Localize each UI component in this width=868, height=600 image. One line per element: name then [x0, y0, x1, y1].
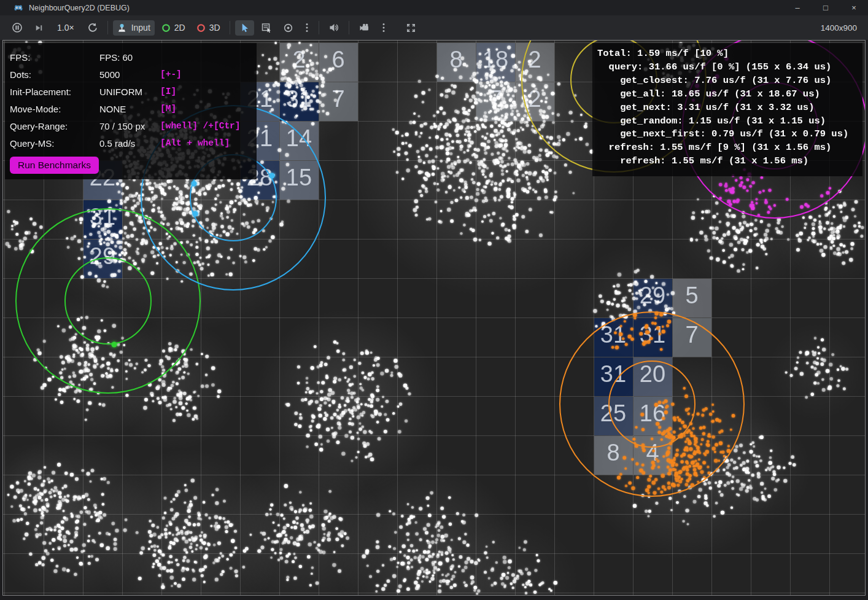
input-mode-button[interactable]: Input: [113, 20, 155, 36]
fullscreen-button[interactable]: [401, 20, 420, 36]
3d-ring-icon: [196, 23, 206, 33]
hud-row-1: Dots:5000[+-]: [5, 66, 257, 83]
minimize-button[interactable]: –: [783, 3, 812, 12]
hud-label: Move-Mode:: [10, 104, 99, 114]
list-select-button[interactable]: [257, 20, 276, 36]
hud-row-2: Init-Placement:UNIFORM[I]: [5, 83, 257, 100]
camera-icon: [358, 22, 370, 33]
hud-row-4: Query-Range:70 / 150 px[whell] /+[Ctr]: [5, 117, 257, 134]
hud-label: Init-Placement:: [10, 87, 99, 97]
maximize-button[interactable]: □: [812, 3, 840, 12]
resolution-label: 1400x900: [821, 15, 857, 40]
toolbar-separator: [349, 21, 349, 34]
hud-label: Query-Range:: [10, 121, 99, 131]
hud-rows: FPS:FPS: 60Dots:5000[+-]Init-Placement:U…: [5, 49, 257, 152]
godot-logo-icon: [14, 3, 23, 13]
hud-value: 5000: [99, 69, 160, 80]
speed-label[interactable]: 1.0×: [51, 20, 80, 35]
hud-hotkey: [whell] /+[Ctr]: [160, 121, 241, 131]
hud-value: FPS: 60: [99, 52, 160, 63]
next-frame-button[interactable]: [29, 20, 48, 36]
toolbar-separator: [319, 21, 319, 34]
run-benchmarks-button[interactable]: Run Benchmarks: [10, 157, 99, 174]
toolbar-separator: [230, 21, 230, 34]
hud-hotkey: [Alt + whell]: [160, 138, 230, 148]
title-bar: NeighbourQuery2D (DEBUG) – □ ×: [0, 0, 868, 15]
hud-row-0: FPS:FPS: 60: [5, 49, 257, 66]
mode-3d-label: 3D: [209, 23, 220, 33]
debug-toolbar: 1.0× Input 2D: [0, 15, 868, 40]
audio-mute-button[interactable]: [324, 20, 344, 36]
camera-override-button[interactable]: [354, 20, 374, 36]
cursor-arrow-icon: [239, 23, 250, 33]
fullscreen-icon: [406, 23, 416, 33]
hud-hotkey: [M]: [160, 104, 176, 114]
hud-value: 0.5 rad/s: [99, 138, 160, 149]
benchmark-stats-panel: Total: 1.59 ms/f [10 %] query: 31.66 us/…: [592, 43, 862, 176]
kebab-menu-icon: [304, 22, 309, 33]
hud-label: Dots:: [10, 69, 99, 80]
window-title: NeighbourQuery2D (DEBUG): [29, 4, 130, 12]
select-tool-button[interactable]: [235, 20, 254, 36]
mode-2d-label: 2D: [174, 23, 185, 33]
hud-value: UNIFORM: [99, 87, 160, 97]
hud-row-5: Query-MS:0.5 rad/s[Alt + whell]: [5, 134, 257, 152]
toolbar-separator: [107, 21, 108, 34]
hud-label: Query-MS:: [10, 138, 99, 149]
speaker-icon: [328, 22, 339, 33]
mode-3d-button[interactable]: 3D: [192, 20, 225, 35]
pause-button[interactable]: [7, 20, 27, 36]
2d-ring-icon: [161, 23, 171, 33]
picking-target-button[interactable]: [279, 20, 298, 36]
hud-panel: FPS:FPS: 60Dots:5000[+-]Init-Placement:U…: [5, 43, 257, 179]
embed-options-button[interactable]: [377, 20, 390, 36]
restart-button[interactable]: [83, 20, 103, 36]
close-button[interactable]: ×: [840, 3, 868, 12]
app-window: NeighbourQuery2D (DEBUG) – □ × 1: [0, 0, 868, 600]
input-mode-label: Input: [131, 23, 150, 33]
hud-value: NONE: [99, 104, 160, 114]
benchmark-stats-text: Total: 1.59 ms/f [10 %] query: 31.66 us/…: [597, 47, 858, 168]
mode-2d-button[interactable]: 2D: [157, 20, 190, 35]
target-icon: [283, 23, 293, 33]
hud-value: 70 / 150 px: [99, 121, 160, 131]
more-options-button[interactable]: [300, 20, 314, 36]
hud-row-3: Move-Mode:NONE[M]: [5, 100, 257, 117]
hud-hotkey: [+-]: [160, 69, 182, 79]
list-select-icon: [261, 22, 272, 33]
hud-hotkey: [I]: [160, 87, 176, 96]
kebab-menu-icon: [381, 22, 386, 33]
hud-label: FPS:: [10, 52, 99, 63]
joystick-icon: [117, 23, 128, 33]
